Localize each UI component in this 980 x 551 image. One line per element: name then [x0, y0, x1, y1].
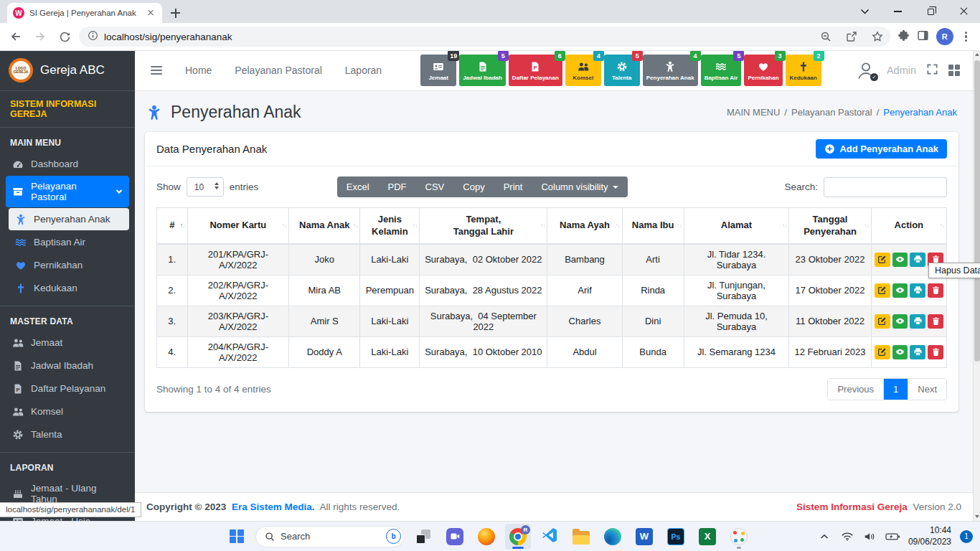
notification-badge[interactable]: 1: [960, 530, 973, 543]
taskbar-clock[interactable]: 10:44 09/06/2023: [908, 525, 951, 547]
breadcrumb-pelayanan-pastoral[interactable]: Pelayanan Pastoral: [791, 107, 872, 118]
sidebar-item-jadwal-ibadah[interactable]: Jadwal Ibadah: [6, 354, 129, 377]
vertical-scrollbar[interactable]: [973, 50, 980, 521]
sidebar-item-pelayanan-pastoral[interactable]: Pelayanan Pastoral: [6, 176, 129, 207]
delete-button[interactable]: [928, 283, 943, 298]
extensions-puzzle-icon[interactable]: [897, 29, 910, 44]
sidebar-brand[interactable]: LOGO GEREJA Gereja ABC: [0, 50, 135, 91]
edit-button[interactable]: [875, 253, 890, 267]
nav-link-pelayanan-pastoral[interactable]: Pelayanan Pastoral: [225, 65, 331, 76]
page-size-select[interactable]: 10: [187, 177, 224, 197]
navbar-tile-baptisan-air[interactable]: 5 Baptisan Air: [701, 55, 742, 86]
restore-button[interactable]: [914, 0, 947, 23]
print-row-button[interactable]: [910, 314, 925, 329]
word-button[interactable]: W: [631, 524, 657, 550]
sidebar-item-talenta[interactable]: Talenta: [6, 423, 129, 446]
bing-icon[interactable]: b: [386, 529, 401, 544]
csv-button[interactable]: CSV: [416, 176, 454, 197]
scroll-down-arrow-icon[interactable]: [974, 512, 980, 521]
column-header-nomer-kartu[interactable]: Nomer Kartu↑↓: [187, 208, 289, 244]
scrollbar-thumb[interactable]: [974, 60, 980, 362]
battery-icon[interactable]: [885, 530, 901, 543]
start-button[interactable]: [224, 524, 250, 550]
edit-button[interactable]: [875, 345, 890, 359]
navbar-tile-kedukaan[interactable]: 2 Kedukaan: [786, 55, 821, 86]
firefox-button[interactable]: [473, 524, 499, 550]
url-text[interactable]: localhost/sig/penyerahananak: [104, 32, 810, 42]
sidebar-item-pernikahan[interactable]: Pernikahan: [9, 254, 129, 276]
pdf-button[interactable]: PDF: [379, 176, 416, 197]
tab-close-icon[interactable]: [145, 7, 156, 19]
edit-button[interactable]: [875, 314, 890, 329]
print-row-button[interactable]: [910, 345, 925, 359]
user-avatar-icon[interactable]: ✓: [855, 60, 877, 81]
column-header-tanggal-penyerahan[interactable]: Tanggal Penyerahan↑↓: [789, 208, 871, 244]
column-header-alamat[interactable]: Alamat↑↓: [684, 208, 789, 244]
chat-button[interactable]: [442, 524, 468, 550]
column-visibility-button[interactable]: Column visibility: [532, 176, 627, 197]
search-input[interactable]: [824, 177, 947, 197]
navbar-tile-jemaat[interactable]: 19 Jemaat: [420, 55, 456, 86]
copy-button[interactable]: Copy: [453, 176, 494, 197]
sidebar-item-baptisan-air[interactable]: Baptisan Air: [9, 231, 129, 253]
sidebar-item-komsel[interactable]: Komsel: [6, 400, 129, 423]
print-row-button[interactable]: [910, 283, 925, 298]
browser-tab[interactable]: W SI Gereja | Penyerahan Anak: [7, 3, 162, 23]
column-header-nama-ibu[interactable]: Nama Ibu↑↓: [622, 208, 684, 244]
new-tab-button[interactable]: [166, 4, 185, 22]
previous-page-button[interactable]: Previous: [828, 379, 884, 400]
add-penyerahan-anak-button[interactable]: Add Penyerahan Anak: [816, 139, 947, 159]
edge-button[interactable]: [600, 524, 626, 550]
navbar-tile-penyerahan-anak[interactable]: 4 Penyerahan Anak: [643, 55, 698, 86]
tray-chevron-up-icon[interactable]: [816, 530, 832, 543]
excel-button[interactable]: Excel: [337, 176, 379, 197]
navbar-tile-komsel[interactable]: 4 Komsel: [565, 55, 601, 86]
column-header-nama-ayah[interactable]: Nama Ayah↑↓: [547, 208, 622, 244]
sidebar-item-penyerahan-anak[interactable]: Penyerahan Anak: [9, 208, 129, 230]
vendor-link[interactable]: Era Sistem Media.: [232, 501, 315, 512]
hamburger-icon[interactable]: [146, 62, 166, 79]
task-view-button[interactable]: [410, 524, 436, 550]
column-header-ttl[interactable]: Tempat, Tanggal Lahir↑↓: [420, 208, 547, 244]
breadcrumb-main-menu[interactable]: MAIN MENU: [727, 107, 780, 118]
view-button[interactable]: [892, 345, 908, 359]
column-header-jenis-kelamin[interactable]: Jenis Kelamin↑↓: [360, 208, 420, 244]
zoom-icon[interactable]: [816, 27, 836, 47]
nav-link-home[interactable]: Home: [175, 65, 222, 76]
scroll-up-arrow-icon[interactable]: [974, 50, 980, 59]
fullscreen-icon[interactable]: [926, 63, 938, 78]
edit-button[interactable]: [875, 283, 890, 298]
column-header-action[interactable]: Action↑↓: [871, 208, 946, 244]
navbar-tile-daftar-pelayanan[interactable]: 6 P Daftar Pelayanan: [509, 55, 562, 86]
next-page-button[interactable]: Next: [908, 379, 946, 400]
forward-icon[interactable]: [30, 27, 50, 47]
print-row-button[interactable]: [910, 253, 925, 267]
navbar-tile-pernikahan[interactable]: 3 Pernikahan: [744, 55, 782, 86]
delete-button[interactable]: [928, 345, 943, 359]
reading-list-icon[interactable]: [917, 29, 929, 44]
view-button[interactable]: [892, 314, 908, 329]
paint-button[interactable]: [726, 524, 752, 550]
nav-link-laporan[interactable]: Laporan: [335, 65, 392, 76]
navbar-tile-talenta[interactable]: 5 Talenta: [604, 55, 640, 86]
browser-menu-icon[interactable]: [961, 30, 971, 44]
file-explorer-button[interactable]: [568, 524, 594, 550]
sidebar-item-kedukaan[interactable]: Kedukaan: [9, 277, 129, 299]
close-button[interactable]: [947, 0, 980, 23]
address-bar[interactable]: localhost/sig/penyerahananak: [79, 27, 890, 47]
minimize-button[interactable]: [881, 0, 914, 23]
column-header-nama-anak[interactable]: Nama Anak↑↓: [289, 208, 360, 244]
delete-button[interactable]: [928, 314, 943, 329]
taskbar-search[interactable]: Search b: [255, 526, 405, 547]
share-icon[interactable]: [842, 27, 862, 47]
sidebar-item-daftar-pelayanan[interactable]: P Daftar Pelayanan: [6, 377, 129, 400]
volume-icon[interactable]: [862, 530, 878, 543]
bookmark-star-icon[interactable]: [867, 27, 887, 47]
site-info-icon[interactable]: [88, 30, 98, 44]
view-button[interactable]: [892, 283, 908, 298]
sidebar-item-dashboard[interactable]: Dashboard: [6, 153, 129, 175]
chrome-button[interactable]: R: [505, 524, 531, 550]
navbar-tile-jadwal-ibadah[interactable]: 5 Jadwal Ibadah: [459, 55, 506, 86]
print-button[interactable]: Print: [494, 176, 532, 197]
excel-button-taskbar[interactable]: X: [694, 524, 720, 550]
